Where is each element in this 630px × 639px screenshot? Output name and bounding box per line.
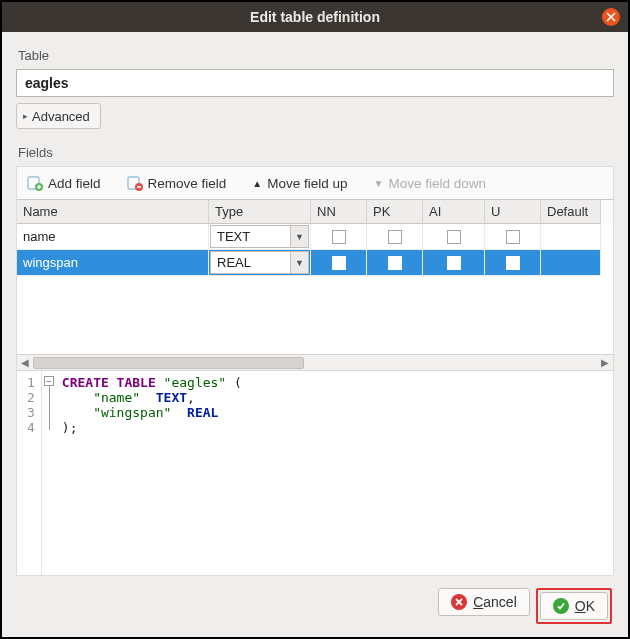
titlebar: Edit table definition — [2, 2, 628, 32]
remove-field-button[interactable]: Remove field — [127, 175, 227, 191]
checkbox[interactable] — [506, 230, 520, 244]
scroll-track[interactable] — [33, 355, 597, 370]
grid-header: Name Type NN PK AI U Default — [17, 200, 613, 224]
advanced-label: Advanced — [32, 109, 90, 124]
ok-highlight: OK — [536, 588, 612, 624]
ok-icon — [553, 598, 569, 614]
fields-box: Add field Remove field ▲ Move field up ▼… — [16, 166, 614, 576]
col-u[interactable]: U — [485, 200, 541, 224]
cell-name[interactable]: wingspan — [17, 250, 209, 276]
col-pk[interactable]: PK — [367, 200, 423, 224]
cell-name[interactable]: name — [17, 224, 209, 250]
fold-toggle-icon[interactable]: − — [44, 376, 54, 386]
cancel-label: C — [473, 594, 483, 610]
table-name-input[interactable] — [16, 69, 614, 97]
cancel-icon — [451, 594, 467, 610]
checkbox[interactable] — [332, 256, 346, 270]
sql-preview[interactable]: 1234 − CREATE TABLE "eagles" ( "name" TE… — [17, 370, 613, 575]
cell-ai[interactable] — [423, 224, 485, 250]
advanced-button[interactable]: ▸ Advanced — [16, 103, 101, 129]
cell-nn[interactable] — [311, 224, 367, 250]
cell-type[interactable]: TEXT ▼ — [209, 224, 311, 250]
cell-default[interactable] — [541, 250, 601, 276]
scroll-left-icon[interactable]: ◀ — [17, 357, 33, 368]
fields-toolbar: Add field Remove field ▲ Move field up ▼… — [17, 167, 613, 199]
cell-default[interactable] — [541, 224, 601, 250]
checkbox[interactable] — [332, 230, 346, 244]
grid-body: name TEXT ▼ w — [17, 224, 613, 354]
cell-type[interactable]: REAL ▼ — [209, 250, 311, 276]
remove-field-icon — [127, 175, 143, 191]
col-type[interactable]: Type — [209, 200, 311, 224]
table-label: Table — [18, 48, 614, 63]
cell-ai[interactable] — [423, 250, 485, 276]
chevron-right-icon: ▸ — [23, 111, 28, 121]
col-name[interactable]: Name — [17, 200, 209, 224]
chevron-down-icon[interactable]: ▼ — [290, 226, 308, 247]
table-row[interactable]: name TEXT ▼ — [17, 224, 613, 250]
ok-label: O — [575, 598, 586, 614]
cancel-button[interactable]: Cancel — [438, 588, 530, 616]
close-button[interactable] — [602, 8, 620, 26]
col-default[interactable]: Default — [541, 200, 601, 224]
cell-pk[interactable] — [367, 250, 423, 276]
triangle-down-icon: ▼ — [374, 178, 384, 189]
checkbox[interactable] — [447, 256, 461, 270]
cell-nn[interactable] — [311, 250, 367, 276]
chevron-down-icon[interactable]: ▼ — [290, 252, 308, 273]
add-field-button[interactable]: Add field — [27, 175, 101, 191]
checkbox[interactable] — [388, 230, 402, 244]
col-nn[interactable]: NN — [311, 200, 367, 224]
checkbox[interactable] — [447, 230, 461, 244]
cell-pk[interactable] — [367, 224, 423, 250]
type-combo[interactable]: REAL ▼ — [210, 251, 309, 274]
horizontal-scrollbar[interactable]: ◀ ▶ — [17, 354, 613, 370]
triangle-up-icon: ▲ — [252, 178, 262, 189]
fields-grid: Name Type NN PK AI U Default name TEXT — [17, 199, 613, 370]
window-title: Edit table definition — [10, 9, 620, 25]
dialog-buttons: Cancel OK — [16, 588, 614, 624]
move-field-down-button: ▼ Move field down — [374, 176, 486, 191]
ok-button[interactable]: OK — [540, 592, 608, 620]
checkbox[interactable] — [506, 256, 520, 270]
checkbox[interactable] — [388, 256, 402, 270]
add-field-icon — [27, 175, 43, 191]
close-icon — [606, 12, 616, 22]
scroll-thumb[interactable] — [33, 357, 304, 369]
scroll-right-icon[interactable]: ▶ — [597, 357, 613, 368]
line-gutter: 1234 — [17, 371, 42, 575]
type-combo[interactable]: TEXT ▼ — [210, 225, 309, 248]
move-field-up-button[interactable]: ▲ Move field up — [252, 176, 347, 191]
fold-gutter: − — [42, 371, 56, 575]
table-row[interactable]: wingspan REAL ▼ — [17, 250, 613, 276]
cell-u[interactable] — [485, 250, 541, 276]
cell-u[interactable] — [485, 224, 541, 250]
fields-label: Fields — [18, 145, 614, 160]
dialog-body: Table ▸ Advanced Fields Add field Remove… — [2, 32, 628, 637]
col-ai[interactable]: AI — [423, 200, 485, 224]
sql-code[interactable]: CREATE TABLE "eagles" ( "name" TEXT, "wi… — [56, 371, 248, 575]
